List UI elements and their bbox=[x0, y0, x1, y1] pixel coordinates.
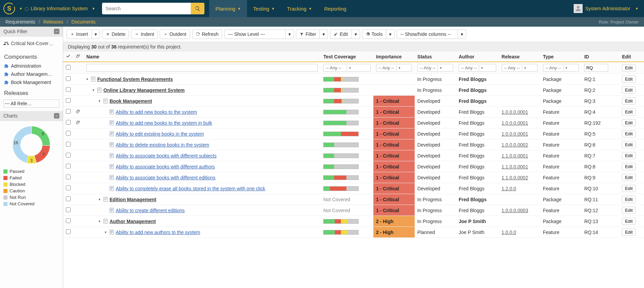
releases-dropdown[interactable]: --- All Rele… bbox=[3, 99, 59, 108]
row-edit-button[interactable]: Edit bbox=[622, 207, 635, 214]
search-button[interactable] bbox=[191, 3, 204, 14]
col-name[interactable]: Name bbox=[84, 52, 320, 62]
nav-tab-tracking[interactable]: Tracking▼ bbox=[281, 0, 318, 17]
workspace-selector[interactable]: ◌ Library Information System ▾ bbox=[25, 6, 97, 11]
row-expander[interactable]: ▾ bbox=[99, 197, 102, 201]
row-checkbox[interactable] bbox=[66, 164, 71, 168]
indent-button[interactable]: Indent bbox=[131, 29, 158, 39]
requirement-name-link[interactable]: Ability to create different editions bbox=[116, 208, 185, 213]
coverage-filter[interactable]: -- Any --▾ bbox=[323, 64, 370, 72]
row-checkbox[interactable] bbox=[66, 186, 71, 190]
row-expander[interactable]: ▾ bbox=[105, 230, 108, 234]
requirement-name-link[interactable]: Ability to delete existing books in the … bbox=[116, 142, 209, 148]
filter-menu[interactable]: ▾ bbox=[320, 29, 328, 39]
requirements-table-wrapper[interactable]: Name Test Coverage Importance Status Aut… bbox=[63, 52, 644, 288]
filter-edit-button[interactable]: Edit bbox=[622, 64, 635, 71]
requirement-name-link[interactable]: Ability to associate books with differen… bbox=[116, 175, 215, 180]
col-author[interactable]: Author bbox=[456, 52, 499, 62]
columns-select[interactable]: -- Show/hide columns -- bbox=[397, 29, 458, 39]
requirement-name-link[interactable]: Functional System Requirements bbox=[97, 77, 173, 82]
filter-button[interactable]: Filter bbox=[296, 29, 320, 39]
release-link[interactable]: 1.0.0.0.0001 bbox=[502, 109, 528, 115]
author-filter[interactable]: -- Any --▾ bbox=[459, 64, 496, 72]
component-item[interactable]: Author Managem… bbox=[0, 70, 63, 78]
delete-button[interactable]: Delete bbox=[102, 29, 129, 39]
requirement-name-link[interactable]: Ability to edit existing books in the sy… bbox=[116, 131, 204, 137]
collapse-icon[interactable]: − bbox=[54, 29, 59, 34]
refresh-button[interactable]: Refresh bbox=[192, 29, 222, 39]
release-link[interactable]: 1.0.0.0.0002 bbox=[502, 142, 528, 148]
row-checkbox[interactable] bbox=[66, 196, 71, 201]
release-link[interactable]: 1.2.0.0 bbox=[502, 186, 516, 191]
row-checkbox[interactable] bbox=[66, 109, 71, 114]
col-importance[interactable]: Importance bbox=[373, 52, 415, 62]
row-edit-button[interactable]: Edit bbox=[622, 86, 635, 94]
app-menu-chevron[interactable]: ▾ bbox=[20, 6, 22, 11]
row-edit-button[interactable]: Edit bbox=[622, 163, 635, 170]
nav-tab-reporting[interactable]: Reporting bbox=[318, 0, 353, 17]
row-expander[interactable]: ▾ bbox=[99, 99, 102, 103]
row-edit-button[interactable]: Edit bbox=[622, 218, 635, 225]
col-coverage[interactable]: Test Coverage bbox=[320, 52, 373, 62]
row-expander[interactable]: ▾ bbox=[99, 219, 102, 223]
release-link[interactable]: 1.0.0.0 bbox=[502, 230, 516, 235]
row-checkbox[interactable] bbox=[66, 98, 71, 103]
importance-filter[interactable]: -- Any --▾ bbox=[376, 64, 412, 72]
requirement-name-link[interactable]: Ability to associate books with differen… bbox=[116, 164, 215, 169]
row-edit-button[interactable]: Edit bbox=[622, 196, 635, 203]
release-link[interactable]: 1.1.0.0.0001 bbox=[502, 153, 528, 159]
row-checkbox[interactable] bbox=[66, 76, 71, 81]
row-checkbox[interactable] bbox=[66, 87, 71, 92]
release-link[interactable]: 1.1.0.0.0002 bbox=[502, 175, 528, 180]
row-edit-button[interactable]: Edit bbox=[622, 76, 635, 83]
release-link[interactable]: 1.1.0.0.0001 bbox=[502, 164, 528, 169]
type-filter[interactable]: -- Any --▾ bbox=[543, 64, 579, 72]
row-checkbox[interactable] bbox=[66, 207, 71, 212]
outdent-button[interactable]: Outdent bbox=[160, 29, 190, 39]
subnav-link-documents[interactable]: Documents bbox=[71, 19, 96, 25]
requirement-name-link[interactable]: Ability to completely erase all books st… bbox=[116, 186, 265, 191]
subnav-link-releases[interactable]: Releases bbox=[43, 19, 63, 25]
row-edit-button[interactable]: Edit bbox=[622, 141, 635, 148]
insert-menu[interactable]: ▾ bbox=[92, 29, 100, 39]
name-filter-input[interactable] bbox=[86, 64, 318, 72]
row-edit-button[interactable]: Edit bbox=[622, 152, 635, 159]
nav-tab-planning[interactable]: Planning▼ bbox=[209, 0, 247, 17]
requirement-name-link[interactable]: Ability to add new authors to the system bbox=[116, 230, 200, 235]
requirement-name-link[interactable]: Ability to associate books with differen… bbox=[116, 153, 216, 159]
row-checkbox[interactable] bbox=[66, 142, 71, 147]
row-checkbox[interactable] bbox=[66, 229, 71, 234]
row-checkbox[interactable] bbox=[66, 175, 71, 179]
row-edit-button[interactable]: Edit bbox=[622, 97, 635, 105]
release-filter[interactable]: -- Any --▾ bbox=[502, 64, 538, 72]
show-level-caret[interactable]: ▾ bbox=[286, 29, 294, 39]
row-edit-button[interactable]: Edit bbox=[622, 130, 635, 137]
component-item[interactable]: Book Management bbox=[0, 78, 63, 86]
user-menu[interactable]: System Administrator ▾ bbox=[574, 4, 641, 13]
app-logo[interactable]: S bbox=[3, 3, 15, 14]
requirement-name-link[interactable]: Edition Management bbox=[110, 197, 156, 202]
subnav-link-requirements[interactable]: Requirements bbox=[5, 19, 35, 25]
tools-button[interactable]: Tools bbox=[362, 29, 387, 39]
row-checkbox[interactable] bbox=[66, 120, 71, 125]
status-filter[interactable]: -- Any --▾ bbox=[417, 64, 453, 72]
search-input[interactable] bbox=[102, 3, 191, 14]
row-edit-button[interactable]: Edit bbox=[622, 185, 635, 192]
nav-tab-testing[interactable]: Testing▼ bbox=[247, 0, 281, 17]
requirement-name-link[interactable]: Author Management bbox=[110, 219, 156, 224]
col-status[interactable]: Status bbox=[415, 52, 456, 62]
release-link[interactable]: 1.0.0.0.0001 bbox=[502, 131, 528, 137]
row-edit-button[interactable]: Edit bbox=[622, 229, 635, 236]
columns-caret[interactable]: ▾ bbox=[458, 29, 466, 39]
release-link[interactable]: 1.0.0.0.0001 bbox=[502, 120, 528, 126]
row-checkbox[interactable] bbox=[66, 153, 71, 157]
edit-button[interactable]: Edit bbox=[330, 29, 352, 39]
quick-filter-item[interactable]: Critical Not-Cover… bbox=[3, 39, 59, 47]
row-edit-button[interactable]: Edit bbox=[622, 119, 635, 126]
requirement-name-link[interactable]: Ability to add new books to the system bbox=[116, 109, 197, 115]
show-level-select[interactable]: --- Show Level --- bbox=[224, 29, 286, 39]
component-item[interactable]: Administration bbox=[0, 62, 63, 70]
id-filter-input[interactable] bbox=[584, 64, 608, 72]
edit-menu[interactable]: ▾ bbox=[352, 29, 360, 39]
row-checkbox[interactable] bbox=[66, 131, 71, 136]
